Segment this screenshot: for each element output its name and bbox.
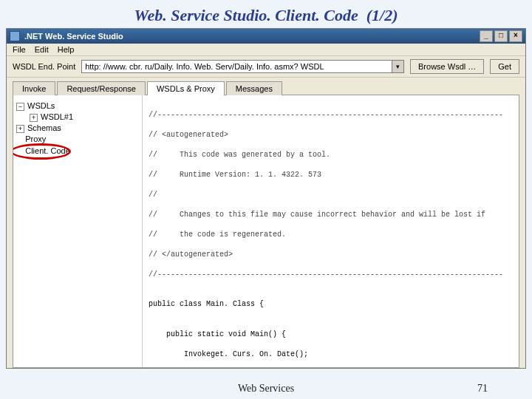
tree-proxy[interactable]: Proxy	[16, 134, 139, 143]
tab-row: Invoke Request/Response WSDLs & Proxy Me…	[7, 78, 525, 95]
slide-title-main: Web. Service Studio. Client. Code	[134, 6, 358, 24]
code-line: // </autogenerated>	[149, 250, 513, 260]
tree-wsdl-1[interactable]: +WSDL#1	[30, 112, 139, 122]
tree-schemas[interactable]: +Schemas	[16, 123, 139, 133]
get-button[interactable]: Get	[490, 59, 519, 74]
tab-invoke[interactable]: Invoke	[13, 81, 55, 95]
minus-icon[interactable]: −	[16, 103, 24, 111]
endpoint-toolbar: WSDL End. Point ▾ Browse Wsdl … Get	[7, 56, 525, 78]
tree-clientcode[interactable]: Client. Code	[16, 146, 70, 155]
endpoint-dropdown-icon[interactable]: ▾	[392, 60, 404, 73]
endpoint-input[interactable]	[81, 60, 392, 73]
endpoint-label: WSDL End. Point	[13, 62, 75, 71]
footer-page: 71	[477, 383, 488, 395]
code-line: //--------------------------------------…	[149, 110, 513, 120]
minimize-button[interactable]: _	[480, 30, 493, 42]
code-line: //	[149, 190, 513, 200]
code-line: Invokeget. Curs. On. Date();	[149, 349, 513, 360]
tree-wsdls[interactable]: −WSDLs	[16, 101, 139, 111]
plus-icon[interactable]: +	[16, 125, 24, 133]
code-line: // Runtime Version: 1. 1. 4322. 573	[149, 170, 513, 180]
close-button[interactable]: ×	[509, 30, 522, 42]
titlebar: .NET Web. Service Studio _ □ ×	[7, 29, 525, 44]
maximize-button[interactable]: □	[494, 30, 508, 42]
app-icon	[10, 31, 20, 41]
code-line: // <autogenerated>	[149, 130, 513, 140]
slide-title-part: (1/2)	[366, 6, 398, 24]
tab-messages[interactable]: Messages	[226, 81, 282, 95]
slide-footer: Web Services 71	[0, 383, 532, 395]
menubar: File Edit Help	[7, 44, 525, 56]
code-line: // This code was generated by a tool.	[149, 150, 513, 160]
slide-title: Web. Service Studio. Client. Code (1/2)	[0, 0, 532, 28]
code-pane[interactable]: //--------------------------------------…	[143, 95, 519, 367]
code-line: // Changes to this file may cause incorr…	[149, 210, 513, 220]
plus-icon[interactable]: +	[30, 114, 38, 122]
tab-wsdls-proxy[interactable]: WSDLs & Proxy	[147, 81, 225, 95]
menu-help[interactable]: Help	[58, 45, 75, 54]
code-line: public class Main. Class {	[149, 299, 513, 310]
code-line: public static void Main() {	[149, 330, 513, 340]
tree-panel: −WSDLs +WSDL#1 +Schemas Proxy Client. Co…	[13, 95, 143, 367]
app-window: .NET Web. Service Studio _ □ × File Edit…	[6, 28, 526, 369]
code-line: // the code is regenerated.	[149, 230, 513, 240]
tab-request-response[interactable]: Request/Response	[57, 81, 146, 95]
content-pane: −WSDLs +WSDL#1 +Schemas Proxy Client. Co…	[13, 95, 519, 368]
window-title: .NET Web. Service Studio	[24, 32, 123, 41]
code-line: //--------------------------------------…	[149, 270, 513, 280]
menu-file[interactable]: File	[13, 45, 26, 54]
browse-wsdl-button[interactable]: Browse Wsdl …	[410, 59, 484, 74]
footer-center: Web Services	[238, 383, 294, 395]
menu-edit[interactable]: Edit	[35, 45, 49, 54]
